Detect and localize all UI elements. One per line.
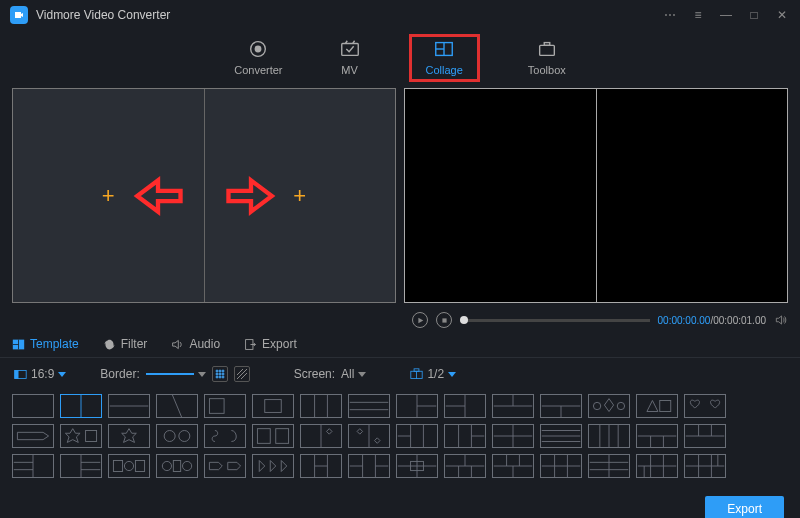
template-item[interactable] bbox=[540, 424, 582, 448]
template-item[interactable] bbox=[300, 454, 342, 478]
template-item[interactable] bbox=[492, 424, 534, 448]
template-item[interactable] bbox=[252, 424, 294, 448]
svg-point-47 bbox=[593, 402, 600, 409]
minimize-button[interactable]: — bbox=[718, 8, 734, 22]
app-title: Vidmore Video Converter bbox=[36, 8, 170, 22]
template-item[interactable] bbox=[252, 394, 294, 418]
template-item[interactable] bbox=[684, 454, 726, 478]
canvas-slot-right[interactable]: + bbox=[204, 89, 396, 302]
feedback-icon[interactable]: ⋯ bbox=[662, 8, 678, 22]
template-item[interactable] bbox=[636, 394, 678, 418]
tab-converter[interactable]: Converter bbox=[226, 34, 290, 82]
svg-point-16 bbox=[219, 370, 221, 372]
sub-tabs: Template Filter Audio Export bbox=[0, 331, 800, 358]
svg-point-21 bbox=[216, 376, 218, 378]
svg-rect-54 bbox=[276, 429, 289, 444]
template-item[interactable] bbox=[204, 454, 246, 478]
line-sample bbox=[146, 373, 194, 375]
screen-select[interactable]: All bbox=[341, 367, 366, 381]
svg-rect-8 bbox=[442, 318, 446, 322]
volume-icon[interactable] bbox=[774, 313, 788, 327]
svg-rect-2 bbox=[341, 44, 358, 56]
seek-handle[interactable] bbox=[460, 316, 468, 324]
svg-point-52 bbox=[179, 431, 190, 442]
template-item[interactable] bbox=[588, 394, 630, 418]
border-pattern-button[interactable] bbox=[234, 366, 250, 382]
template-item[interactable] bbox=[636, 454, 678, 478]
template-item[interactable] bbox=[108, 424, 150, 448]
tab-toolbox[interactable]: Toolbox bbox=[520, 34, 574, 82]
template-item[interactable] bbox=[300, 394, 342, 418]
svg-point-51 bbox=[164, 431, 175, 442]
template-item[interactable] bbox=[588, 454, 630, 478]
menu-icon[interactable]: ≡ bbox=[690, 8, 706, 22]
tab-collage[interactable]: Collage bbox=[409, 34, 480, 82]
template-item[interactable] bbox=[348, 454, 390, 478]
template-item[interactable] bbox=[12, 454, 54, 478]
template-item[interactable] bbox=[396, 424, 438, 448]
svg-rect-50 bbox=[86, 431, 97, 442]
template-item[interactable] bbox=[60, 424, 102, 448]
titlebar-left: Vidmore Video Converter bbox=[10, 6, 170, 24]
subtab-audio[interactable]: Audio bbox=[171, 337, 220, 351]
template-item[interactable] bbox=[540, 454, 582, 478]
template-item[interactable] bbox=[492, 454, 534, 478]
window-controls: ⋯ ≡ — □ ✕ bbox=[662, 8, 790, 22]
template-item[interactable] bbox=[444, 424, 486, 448]
svg-line-32 bbox=[172, 395, 181, 417]
template-item[interactable] bbox=[396, 394, 438, 418]
svg-rect-14 bbox=[15, 370, 18, 378]
maximize-button[interactable]: □ bbox=[746, 8, 762, 22]
aspect-ratio-select[interactable]: 16:9 bbox=[14, 367, 66, 381]
template-item[interactable] bbox=[492, 394, 534, 418]
template-item[interactable] bbox=[444, 454, 486, 478]
template-item[interactable] bbox=[108, 454, 150, 478]
tab-mv[interactable]: MV bbox=[331, 34, 369, 82]
template-item[interactable] bbox=[156, 454, 198, 478]
close-button[interactable]: ✕ bbox=[774, 8, 790, 22]
options-bar: 16:9 Border: Screen: All 1/2 bbox=[0, 358, 800, 390]
export-button[interactable]: Export bbox=[705, 496, 784, 518]
plus-icon: + bbox=[102, 183, 115, 209]
app-logo bbox=[10, 6, 28, 24]
template-item[interactable] bbox=[108, 394, 150, 418]
template-item[interactable] bbox=[204, 424, 246, 448]
template-item[interactable] bbox=[60, 454, 102, 478]
template-item[interactable] bbox=[588, 424, 630, 448]
page-value: 1/2 bbox=[427, 367, 444, 381]
template-item[interactable] bbox=[12, 424, 54, 448]
template-item[interactable] bbox=[540, 394, 582, 418]
svg-point-19 bbox=[219, 373, 221, 375]
svg-rect-34 bbox=[265, 400, 282, 413]
subtab-audio-label: Audio bbox=[189, 337, 220, 351]
template-item[interactable] bbox=[156, 394, 198, 418]
template-item[interactable] bbox=[636, 424, 678, 448]
stop-button[interactable] bbox=[436, 312, 452, 328]
border-style-select[interactable] bbox=[146, 372, 206, 377]
template-item[interactable] bbox=[348, 394, 390, 418]
template-item[interactable] bbox=[204, 394, 246, 418]
workspace: + + bbox=[0, 88, 800, 303]
subtab-template[interactable]: Template bbox=[12, 337, 79, 351]
template-item[interactable] bbox=[444, 394, 486, 418]
template-item[interactable] bbox=[60, 394, 102, 418]
canvas-slot-left[interactable]: + bbox=[13, 89, 204, 302]
template-item[interactable] bbox=[12, 394, 54, 418]
template-item[interactable] bbox=[348, 424, 390, 448]
screen-label: Screen: bbox=[294, 367, 335, 381]
template-item[interactable] bbox=[156, 424, 198, 448]
subtab-filter[interactable]: Filter bbox=[103, 337, 148, 351]
subtab-export[interactable]: Export bbox=[244, 337, 297, 351]
subtab-filter-label: Filter bbox=[121, 337, 148, 351]
screen-option: Screen: All bbox=[294, 367, 367, 381]
border-color-button[interactable] bbox=[212, 366, 228, 382]
play-button[interactable] bbox=[412, 312, 428, 328]
page-select[interactable]: 1/2 bbox=[410, 367, 456, 381]
template-item[interactable] bbox=[684, 424, 726, 448]
template-item[interactable] bbox=[252, 454, 294, 478]
template-item[interactable] bbox=[300, 424, 342, 448]
svg-rect-85 bbox=[135, 461, 144, 472]
template-item[interactable] bbox=[684, 394, 726, 418]
template-item[interactable] bbox=[396, 454, 438, 478]
seek-bar[interactable] bbox=[460, 319, 650, 322]
